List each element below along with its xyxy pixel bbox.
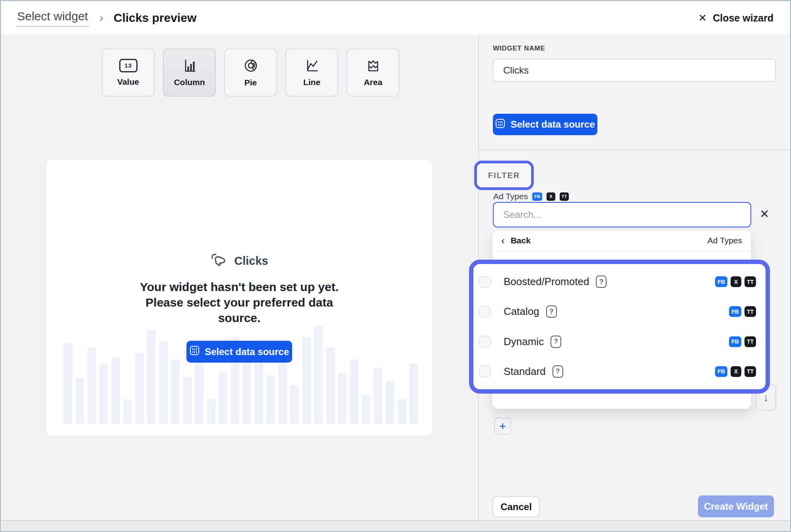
option-badges: FB X TT [715, 276, 756, 287]
type-button-column[interactable]: Column [163, 49, 216, 97]
dropdown-divider [492, 250, 751, 251]
search-input[interactable] [493, 202, 751, 227]
preview-widget-title: Clicks [46, 252, 432, 270]
option-row-boosted-promoted[interactable]: Boosted/Promoted ? FB X TT [479, 267, 756, 297]
column-chart-icon [182, 58, 197, 73]
placeholder-bar [242, 361, 251, 424]
chevron-left-icon: ‹ [501, 235, 505, 246]
placeholder-bar [159, 342, 168, 424]
checkbox-standard[interactable] [479, 365, 491, 377]
option-row-catalog[interactable]: Catalog ? FB TT [479, 297, 756, 326]
placeholder-bar [111, 357, 120, 424]
platform-badge-fb: FB [729, 306, 741, 317]
dropdown-title: Ad Types [708, 236, 742, 245]
close-wizard-label: Close wizard [713, 12, 774, 24]
message-line: source. [46, 310, 432, 326]
data-source-icon [495, 118, 505, 131]
close-icon: ✕ [698, 12, 707, 24]
help-icon[interactable]: ? [553, 365, 563, 378]
type-label-column: Column [174, 78, 205, 87]
placeholder-bar [123, 399, 132, 424]
placeholder-bar [397, 399, 406, 424]
back-label: Back [511, 236, 531, 245]
select-data-source-button[interactable]: Select data source [493, 114, 597, 135]
checkbox-dynamic[interactable] [479, 336, 491, 348]
wizard-header: Select widget › Clicks preview ✕ Close w… [2, 2, 789, 34]
placeholder-bar [386, 381, 394, 424]
select-data-source-label: Select data source [205, 346, 289, 357]
wizard-window: Select widget › Clicks preview ✕ Close w… [0, 0, 791, 532]
help-icon[interactable]: ? [596, 276, 607, 288]
add-filter-button[interactable]: + [494, 417, 511, 435]
platform-badge-tt: TT [744, 366, 756, 377]
preview-title-text: Clicks [234, 254, 268, 268]
type-label-area: Area [364, 78, 382, 87]
platform-badge-x: X [731, 276, 741, 287]
widget-name-input[interactable] [493, 59, 776, 82]
placeholder-bar [374, 367, 382, 424]
filter-highlight-annotation: FILTER [474, 161, 534, 190]
option-row-standard[interactable]: Standard ? FB X TT [479, 357, 756, 386]
platform-badge-tt: TT [560, 192, 569, 201]
preview-pane: 13 Value Column [2, 34, 479, 520]
filter-section-label: FILTER [488, 171, 520, 180]
placeholder-bar [183, 377, 192, 424]
placeholder-bar [362, 395, 370, 424]
placeholder-bar [171, 359, 180, 424]
option-label: Dynamic [504, 336, 544, 348]
platform-badge-tt: TT [744, 276, 756, 287]
placeholder-bar [290, 385, 299, 424]
select-data-source-button-preview[interactable]: Select data source [186, 341, 292, 363]
message-line: Your widget hasn't been set up yet. [46, 279, 432, 295]
type-label-line: Line [303, 78, 320, 87]
placeholder-bar [99, 363, 108, 424]
settings-pane: WIDGET NAME Select data source FILTER Ad… [480, 34, 789, 520]
value-icon: 13 [119, 59, 138, 72]
preview-empty-message: Your widget hasn't been set up yet. Plea… [46, 279, 432, 326]
platform-badge-fb: FB [715, 276, 727, 287]
select-data-source-label: Select data source [510, 119, 595, 130]
cancel-button[interactable]: Cancel [492, 496, 540, 517]
type-button-line[interactable]: Line [285, 49, 338, 97]
back-button[interactable]: ‹ Back [501, 235, 531, 246]
placeholder-bar [266, 375, 275, 424]
platform-badge-tt: TT [744, 306, 756, 317]
create-widget-button[interactable]: Create Widget [698, 495, 774, 517]
checkbox-boosted-promoted[interactable] [479, 276, 491, 288]
platform-badge-x: X [731, 366, 741, 377]
help-icon[interactable]: ? [551, 336, 561, 348]
type-button-value[interactable]: 13 Value [102, 49, 155, 97]
platform-badge-tt: TT [744, 336, 756, 347]
placeholder-bar [195, 353, 204, 424]
type-button-pie[interactable]: Pie [224, 49, 277, 97]
placeholder-bar [147, 330, 156, 424]
help-icon[interactable]: ? [546, 305, 557, 318]
option-label: Standard [504, 365, 546, 378]
clicks-icon [210, 252, 228, 270]
chevron-right-icon: › [99, 12, 103, 24]
area-chart-icon [366, 58, 381, 73]
platform-badge-x: X [547, 192, 555, 201]
breadcrumb-select-widget[interactable]: Select widget [16, 10, 89, 27]
checkbox-catalog[interactable] [479, 306, 491, 318]
placeholder-bar [219, 371, 227, 424]
placeholder-bar [409, 363, 418, 424]
type-button-area[interactable]: Area [347, 49, 399, 97]
page-title: Clicks preview [114, 11, 196, 25]
placeholder-bar [207, 399, 215, 424]
placeholder-bar [338, 373, 347, 424]
platform-badge-fb: FB [715, 366, 727, 377]
type-label-pie: Pie [244, 78, 257, 87]
filter-field-ad-types: Ad Types FB X TT [493, 192, 569, 201]
option-label: Boosted/Promoted [504, 276, 589, 288]
section-divider [480, 150, 789, 150]
data-source-icon [190, 346, 200, 358]
placeholder-bar [314, 326, 323, 424]
widget-type-selector: 13 Value Column [102, 49, 399, 97]
option-row-dynamic[interactable]: Dynamic ? FB TT [479, 327, 756, 357]
line-chart-icon [304, 58, 320, 73]
type-label-value: Value [117, 77, 139, 87]
placeholder-bar [302, 338, 311, 424]
clear-filter-icon[interactable]: ✕ [760, 208, 769, 220]
close-wizard-button[interactable]: ✕ Close wizard [698, 12, 774, 24]
